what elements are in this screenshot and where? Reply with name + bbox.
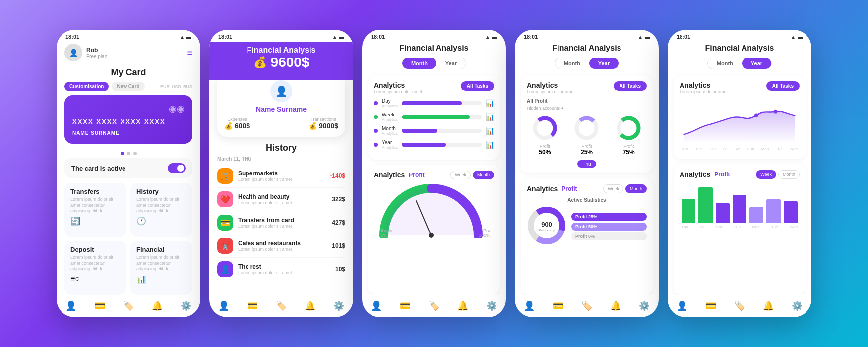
toggle-label: The card is active (71, 165, 125, 172)
nav-home[interactable]: 👤 (65, 300, 76, 311)
battery-icon-4: ▬ (645, 34, 650, 40)
action-transfers[interactable]: Transfers Lorem ipsum dolor sit amet con… (64, 183, 126, 237)
profile-name: Name Surname (224, 105, 338, 113)
tab-month-3[interactable]: Month (402, 58, 436, 69)
status-bar-1: 18:01 ▲ ▬ (57, 30, 200, 42)
nav-home-4[interactable]: 👤 (524, 300, 535, 311)
tab-month-4[interactable]: Month (555, 58, 589, 69)
nav-gear-3[interactable]: ⚙️ (486, 300, 497, 311)
nav-card-5[interactable]: 💳 (705, 300, 716, 311)
analytics-section-4: Analytics Lorem ipsum dolor amet All Tas… (521, 75, 653, 174)
profit-label-4: Profit (561, 185, 577, 192)
bottom-nav-1: 👤 💳 🏷️ 🔔 ⚙️ (57, 295, 200, 317)
card-dots (57, 152, 200, 155)
time-4: 18:01 (524, 34, 538, 40)
nav-home-5[interactable]: 👤 (677, 300, 687, 311)
action-history[interactable]: History Lorem ipsum dolor sit amet conse… (130, 183, 192, 237)
nav-gear[interactable]: ⚙️ (181, 300, 191, 311)
nav-tag[interactable]: 🏷️ (123, 300, 134, 311)
nav-card-2[interactable]: 💳 (247, 300, 258, 311)
tab-month-profit-3[interactable]: Month (473, 171, 494, 179)
nav-card-4[interactable]: 💳 (553, 300, 563, 311)
avatar: 👤 (64, 44, 82, 61)
status-bar-3: 18:01 ▲ ▬ (362, 30, 506, 42)
tab-year-5[interactable]: Year (742, 58, 771, 69)
card-holder: NAME SURNAME (72, 130, 185, 136)
nav-tag-2[interactable]: 🏷️ (276, 300, 287, 311)
all-tasks-btn-4[interactable]: All Tasks (614, 81, 647, 91)
tab-week-3[interactable]: Week (450, 171, 471, 179)
active-stats-label: Active Statistics (527, 197, 647, 203)
nav-home-3[interactable]: 👤 (371, 300, 382, 311)
hist-amount-0: -140$ (330, 173, 345, 179)
nav-card[interactable]: 💳 (94, 300, 105, 311)
action-desc-0: Lorem ipsum dolor sit amet consectetur a… (70, 197, 121, 214)
bar-chart (680, 183, 800, 223)
nav-card-3[interactable]: 💳 (400, 300, 411, 311)
phones-container: 18:01 ▲ ▬ 👤 Rob Free plan ≡ My Card Cust… (47, 20, 821, 327)
history-date: March 11, THU (209, 156, 353, 165)
signal-icon-3: ▲ (485, 34, 490, 40)
toggle-switch[interactable] (168, 163, 186, 173)
analytics-header-5: Analytics Lorem ipsum dolor amet All Tas… (680, 81, 800, 94)
nav-tag-3[interactable]: 🏷️ (429, 300, 439, 311)
bar-label-mon: Mon (752, 225, 760, 229)
hist-icon-cafe: ✂️ (217, 238, 233, 254)
signal-icon-2: ▲ (332, 34, 337, 40)
action-desc-3: Lorem ipsum dolor sit amet consectetur a… (136, 255, 186, 272)
bar-label-day: Day (382, 98, 398, 104)
profit-value-1: 25% (573, 149, 600, 156)
line-dot-1 (754, 114, 758, 117)
tab-month-profit-5[interactable]: Month (778, 170, 800, 179)
nav-tag-4[interactable]: 🏷️ (581, 300, 592, 311)
bar-label-year: Year (382, 140, 398, 145)
tab-customisation[interactable]: Customisation (64, 82, 109, 91)
rus: RUS (183, 84, 192, 89)
tab-week-5[interactable]: Week (756, 170, 776, 179)
nav-bell-5[interactable]: 🔔 (763, 300, 774, 311)
bar-purple-5 (766, 199, 780, 223)
nav-gear-4[interactable]: ⚙️ (639, 300, 650, 311)
nav-bell[interactable]: 🔔 (152, 300, 163, 311)
battery-icon-3: ▬ (492, 34, 497, 40)
coin-icon: 💰 (253, 56, 267, 69)
hist-name-1: Health and beauty (238, 193, 327, 200)
tab-year-3[interactable]: Year (436, 58, 466, 69)
tab-new-card[interactable]: New Card (112, 82, 144, 91)
nav-bell-2[interactable]: 🔔 (305, 300, 315, 311)
all-tasks-btn-5[interactable]: All Tasks (766, 81, 800, 91)
bar-chart-icon-day: 📊 (486, 99, 494, 107)
amount-value: 9600$ (271, 55, 310, 70)
hist-info-1: Health and beauty Lorem ipsum dolor sit … (238, 193, 327, 205)
nav-bell-3[interactable]: 🔔 (457, 300, 468, 311)
nav-gear-2[interactable]: ⚙️ (333, 300, 344, 311)
history-title: History (209, 137, 353, 156)
tab-month-profit-4[interactable]: Month (625, 184, 647, 193)
phone-4: 18:01 ▲ ▬ Financial Analysis Month Year … (515, 30, 659, 317)
nav-tag-5[interactable]: 🏷️ (734, 300, 745, 311)
time-5: 18:01 (677, 34, 690, 40)
bar-row-month: Month Analytics 📊 (374, 126, 494, 136)
tab-week-4[interactable]: Week (603, 184, 623, 193)
action-deposit[interactable]: Deposit Lorem ipsum dolor sit amet conse… (64, 241, 126, 295)
dot-3 (133, 152, 137, 155)
analytics-section-3: Analytics Lorem ipsum dolor amet All Tas… (368, 75, 500, 160)
tab-year-4[interactable]: Year (589, 58, 619, 69)
legend-item-0: Profit 25% (571, 213, 647, 221)
hist-desc-3: Lorem ipsum dolor sit amet (238, 247, 327, 252)
all-tasks-btn-3[interactable]: All Tasks (461, 81, 494, 91)
action-financial[interactable]: Financial Lorem ipsum dolor sit amet con… (130, 241, 192, 295)
nav-home-2[interactable]: 👤 (218, 300, 229, 311)
donut-center-value: 900 (539, 221, 555, 228)
time-2: 18:01 (218, 34, 232, 40)
tab-month-5[interactable]: Month (708, 58, 742, 69)
nav-gear-5[interactable]: ⚙️ (792, 300, 803, 311)
profit-circle-0: Profit 50% (531, 115, 558, 156)
time-3: 18:01 (371, 34, 385, 40)
menu-icon[interactable]: ≡ (187, 48, 192, 58)
nav-bell-4[interactable]: 🔔 (610, 300, 621, 311)
bottom-nav-4: 👤 💳 🏷️ 🔔 ⚙️ (515, 295, 659, 317)
status-icons-5: ▲ ▬ (791, 34, 803, 40)
phone5-title: Financial Analysis (668, 42, 811, 58)
action-title-0: Transfers (70, 188, 121, 195)
